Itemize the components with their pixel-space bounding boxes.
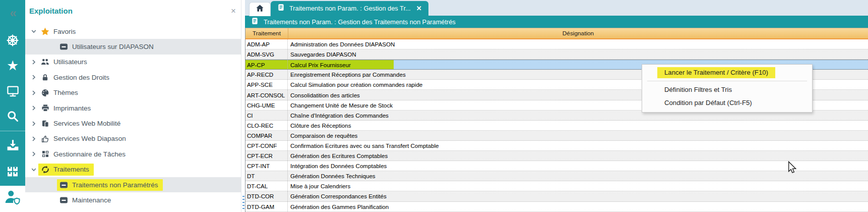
nav-item-label: Thèmes [53, 89, 78, 96]
user-security-icon[interactable] [4, 189, 21, 207]
cell-designation: Génération Correspondances Entités [288, 191, 868, 201]
table-row-dt[interactable]: DTGénération Données Techniques [245, 171, 868, 181]
cell-traitement: ART-CONSOL [245, 90, 288, 99]
cell-traitement: DTD-GAM [245, 202, 288, 211]
nav-item-utilisateurs-sur-diapason[interactable]: Utilisateurs sur DIAPASON [25, 39, 241, 54]
import-tray-icon[interactable] [0, 136, 25, 154]
chevron-down-icon[interactable] [31, 29, 38, 34]
palette-icon [40, 89, 50, 97]
mouse-cursor [787, 161, 797, 176]
nav-item-services-web-mobilit-[interactable]: Services Web Mobilité [25, 116, 241, 131]
column-header-traitement[interactable]: Traitement [245, 28, 288, 38]
table-row-cpt-ecr[interactable]: CPT-ECRGénération des Ecritures Comptabl… [245, 151, 868, 161]
chevron-right-icon[interactable] [31, 121, 38, 126]
cell-designation: Intégration des Données Comptables [288, 161, 868, 171]
nav-item-label: Traitements non Paramétrés [72, 181, 158, 189]
document-icon [251, 17, 259, 27]
nav-item-content: Gestion des Droits [38, 72, 114, 83]
chevron-right-icon[interactable] [31, 136, 38, 141]
nav-item-traitements-non-param-tr-s[interactable]: Traitements non Paramétrés [25, 177, 241, 192]
cell-designation: Génération des Ecritures Comptables [288, 151, 868, 161]
hand-like-icon [40, 135, 50, 143]
chevron-right-icon[interactable] [31, 75, 38, 80]
cell-designation: Mise à jour Calendriers [288, 181, 868, 191]
chevron-right-icon[interactable] [31, 105, 38, 111]
card-icon [59, 181, 69, 189]
card-icon [59, 196, 69, 204]
users-icon [40, 58, 50, 66]
tab-label: Traitements non Param. : Gestion des Tr.… [289, 5, 411, 12]
tab-bar: Traitements non Param. : Gestion des Tr.… [245, 0, 868, 16]
cell-designation: Administration des Données DIAPASON [288, 39, 868, 49]
nav-item-content: Utilisateurs [38, 56, 92, 68]
cell-traitement: CHG-UME [245, 100, 288, 110]
cell-traitement: AP-CP [245, 60, 288, 69]
nav-item-label: Favoris [53, 28, 76, 35]
navigation-panel: Exploitation × FavorisUtilisateurs sur D… [25, 0, 241, 212]
settings-wheel-icon[interactable] [0, 32, 25, 48]
nav-item-content: Services Web Diapason [38, 133, 131, 144]
nav-item-content: Services Web Mobilité [38, 118, 125, 129]
nav-item-label: Services Web Diapason [53, 135, 126, 142]
chevron-down-icon[interactable] [31, 167, 38, 172]
nav-item-gestionnaire-de-t-ches[interactable]: Gestionnaire de Tâches [25, 146, 241, 162]
nav-item-content: Maintenance [57, 194, 115, 206]
designation-highlight: Calcul Prix Fournisseur [288, 60, 394, 69]
table-row-dtd-cor[interactable]: DTD-CORGénération Correspondances Entité… [245, 191, 868, 201]
nav-item-maintenance[interactable]: Maintenance [25, 192, 241, 207]
menu-separator [647, 81, 807, 81]
tab-home[interactable] [249, 2, 271, 16]
cell-traitement: DT [245, 171, 288, 181]
table-row-adm-ap[interactable]: ADM-APAdministration des Données DIAPASO… [245, 39, 868, 49]
context-menu: Lancer le Traitement / Critère (F10)Défi… [642, 64, 813, 113]
nav-item-label: Gestion des Droits [53, 74, 109, 81]
collapse-left-icon[interactable]: « [0, 6, 25, 20]
nav-item-label: Traitements [53, 166, 89, 173]
table-row-compar[interactable]: COMPARComparaison de requêtes [245, 131, 868, 141]
chevron-right-icon[interactable] [31, 151, 38, 156]
menu-item-label: Lancer le Traitement / Critère (F10) [657, 67, 775, 78]
table-row-cpt-conf[interactable]: CPT-CONFConfirmation Ecritures avec ou s… [245, 141, 868, 151]
menu-item-condition-par-d-faut-ctrl-f5-[interactable]: Condition par Défaut (Ctrl-F5) [642, 96, 812, 109]
nav-item-partial[interactable] [25, 208, 241, 212]
cell-designation: Génération des Gammes Planification [288, 202, 868, 211]
menu-item-lancer-le-traitement-crit-re-f10-[interactable]: Lancer le Traitement / Critère (F10) [642, 66, 812, 79]
chevron-right-icon[interactable] [31, 60, 38, 65]
chevron-right-icon[interactable] [31, 90, 38, 95]
nav-item-gestion-des-droits[interactable]: Gestion des Droits [25, 70, 241, 85]
cell-traitement: DTD-COR [245, 191, 288, 201]
cell-traitement: ADM-AP [245, 39, 288, 49]
nav-item-utilisateurs[interactable]: Utilisateurs [25, 55, 241, 70]
search-icon[interactable] [0, 108, 25, 125]
star-favorite-icon [40, 27, 50, 36]
table-row-cpt-int[interactable]: CPT-INTIntégration des Données Comptable… [245, 161, 868, 171]
cell-designation: Clôture des Réceptions [288, 121, 868, 130]
cell-traitement: AP-RECD [245, 70, 288, 79]
column-header-designation[interactable]: Désignation [288, 28, 868, 38]
nav-tree: FavorisUtilisateurs sur DIAPASONUtilisat… [25, 24, 241, 212]
window-title: Traitements non Param. : Gestion des Tra… [264, 18, 456, 26]
table-row-clo-rec[interactable]: CLO-RECClôture des Réceptions [245, 121, 868, 131]
cell-traitement: CPT-ECR [245, 151, 288, 161]
nav-item-content: Imprimantes [38, 102, 95, 114]
close-tab-icon[interactable]: ✕ [416, 5, 422, 12]
menu-item-d-finition-filtres-et-tris[interactable]: Définition Filtres et Tris [642, 83, 812, 96]
nav-item-imprimantes[interactable]: Imprimantes [25, 100, 241, 116]
close-panel-icon[interactable]: × [231, 6, 236, 16]
table-row-adm-svg[interactable]: ADM-SVGSauvegardes DIAPASON [245, 49, 868, 60]
nav-item-services-web-diapason[interactable]: Services Web Diapason [25, 131, 241, 146]
nav-item-label: Utilisateurs [53, 58, 87, 66]
nav-item-favoris[interactable]: Favoris [25, 24, 241, 39]
nav-item-th-mes[interactable]: Thèmes [25, 85, 241, 100]
nav-item-content: Traitements [38, 164, 94, 176]
tab-traitements-non-param[interactable]: Traitements non Param. : Gestion des Tr.… [271, 1, 428, 16]
favorites-star-icon[interactable]: ★ [0, 58, 25, 74]
panel-splitter-handle[interactable] [242, 196, 244, 211]
cell-traitement: CLO-REC [245, 121, 288, 130]
table-row-dt-cal[interactable]: DT-CALMise à jour Calendriers [245, 181, 868, 191]
table-row-dtd-gam[interactable]: DTD-GAMGénération des Gammes Planificati… [245, 202, 868, 212]
grid-header: Traitement Désignation [245, 28, 868, 39]
modules-icon[interactable] [0, 163, 25, 181]
screens-icon[interactable] [0, 83, 25, 99]
nav-item-traitements[interactable]: Traitements [25, 162, 241, 177]
